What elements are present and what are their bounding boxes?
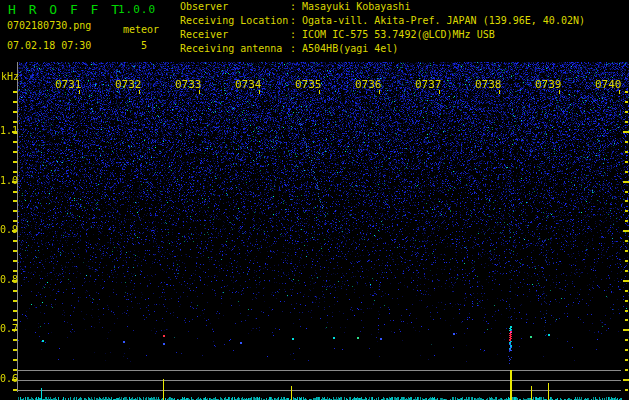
time-tick: [259, 90, 260, 94]
freq-tick-right: [623, 181, 629, 183]
freq-tick-left: [12, 230, 17, 232]
freq-tick-right: [625, 260, 628, 262]
info-label: Receiving antenna: [180, 44, 290, 54]
hrofft-window: H R O F F T 1.0.0 0702180730.png meteor …: [0, 0, 629, 400]
freq-tick-right: [625, 111, 628, 113]
time-tick: [319, 90, 320, 94]
output-filename: 0702180730.png: [7, 21, 91, 31]
freq-tick-left: [13, 151, 17, 153]
time-tick: [439, 90, 440, 94]
freq-tick-right: [625, 349, 628, 351]
mode-label: meteor: [123, 25, 159, 35]
time-label: 0734: [235, 79, 262, 90]
time-tick: [79, 90, 80, 94]
freq-tick-right: [625, 389, 628, 391]
freq-tick-left: [13, 171, 17, 173]
freq-tick-left: [13, 191, 17, 193]
freq-tick-right: [623, 131, 629, 133]
freq-unit-label: kHz: [1, 72, 19, 82]
time-label: 0737: [415, 79, 442, 90]
freq-tick-right: [625, 141, 628, 143]
freq-tick-right: [625, 240, 628, 242]
freq-tick-left: [13, 111, 17, 113]
info-value: ICOM IC-575 53.7492(@LCD)MHz USB: [302, 30, 495, 40]
freq-tick-left: [13, 310, 17, 312]
freq-tick-left: [13, 121, 17, 123]
spectrogram-canvas: [18, 62, 629, 400]
info-row-location: Receiving Location : Ogata-vill. Akita-P…: [180, 16, 585, 26]
freq-tick-right: [625, 191, 628, 193]
freq-tick-left: [13, 220, 17, 222]
info-separator: :: [290, 2, 296, 12]
time-label: 0736: [355, 79, 382, 90]
freq-tick-right: [625, 300, 628, 302]
time-tick: [379, 90, 380, 94]
time-tick: [199, 90, 200, 94]
freq-tick-left: [13, 250, 17, 252]
freq-tick-right: [625, 319, 628, 321]
freq-tick-right: [625, 359, 628, 361]
time-tick: [619, 90, 620, 94]
time-label: 0731: [55, 79, 82, 90]
freq-tick-left: [13, 349, 17, 351]
info-separator: :: [290, 30, 296, 40]
info-label: Receiving Location: [180, 16, 290, 26]
freq-tick-right: [625, 171, 628, 173]
freq-tick-left: [13, 141, 17, 143]
freq-tick-left: [13, 300, 17, 302]
freq-tick-right: [625, 250, 628, 252]
freq-tick-left: [13, 91, 17, 93]
time-label: 0733: [175, 79, 202, 90]
freq-tick-right: [623, 230, 629, 232]
freq-tick-left: [13, 240, 17, 242]
freq-tick-left: [13, 290, 17, 292]
freq-tick-left: [12, 379, 17, 381]
freq-tick-right: [625, 91, 628, 93]
freq-tick-left: [13, 200, 17, 202]
info-row-antenna: Receiving antenna : A504HB(yagi 4el): [180, 44, 398, 54]
freq-tick-right: [625, 210, 628, 212]
freq-tick-right: [625, 369, 628, 371]
info-value: A504HB(yagi 4el): [302, 44, 398, 54]
freq-tick-right: [625, 121, 628, 123]
time-tick: [139, 90, 140, 94]
freq-tick-left: [13, 101, 17, 103]
freq-tick-left: [13, 339, 17, 341]
freq-tick-right: [625, 290, 628, 292]
freq-tick-left: [13, 161, 17, 163]
freq-tick-left: [13, 389, 17, 391]
info-separator: :: [290, 16, 296, 26]
freq-tick-left: [12, 181, 17, 183]
app-version: 1.0.0: [118, 4, 156, 15]
time-label: 0740: [595, 79, 622, 90]
freq-tick-left: [13, 369, 17, 371]
time-label: 0739: [535, 79, 562, 90]
freq-tick-right: [625, 151, 628, 153]
freq-tick-left: [12, 329, 17, 331]
freq-tick-left: [13, 319, 17, 321]
info-row-receiver: Receiver : ICOM IC-575 53.7492(@LCD)MHz …: [180, 30, 495, 40]
freq-tick-left: [12, 131, 17, 133]
freq-tick-right: [625, 161, 628, 163]
freq-tick-right: [623, 379, 629, 381]
info-value: Ogata-vill. Akita-Pref. JAPAN (139.96E, …: [302, 16, 585, 26]
info-row-observer: Observer : Masayuki Kobayashi: [180, 2, 410, 12]
info-separator: :: [290, 44, 296, 54]
freq-tick-right: [625, 101, 628, 103]
app-title: H R O F F T: [8, 3, 122, 16]
freq-tick-right: [625, 339, 628, 341]
info-label: Observer: [180, 2, 290, 12]
time-label: 0738: [475, 79, 502, 90]
freq-tick-right: [625, 310, 628, 312]
freq-tick-left: [13, 260, 17, 262]
info-value: Masayuki Kobayashi: [302, 2, 410, 12]
time-tick: [559, 90, 560, 94]
info-label: Receiver: [180, 30, 290, 40]
freq-tick-left: [12, 280, 17, 282]
time-label: 0735: [295, 79, 322, 90]
time-label: 0732: [115, 79, 142, 90]
freq-tick-left: [13, 359, 17, 361]
echo-count: 5: [141, 41, 147, 51]
freq-tick-right: [625, 200, 628, 202]
time-tick: [499, 90, 500, 94]
